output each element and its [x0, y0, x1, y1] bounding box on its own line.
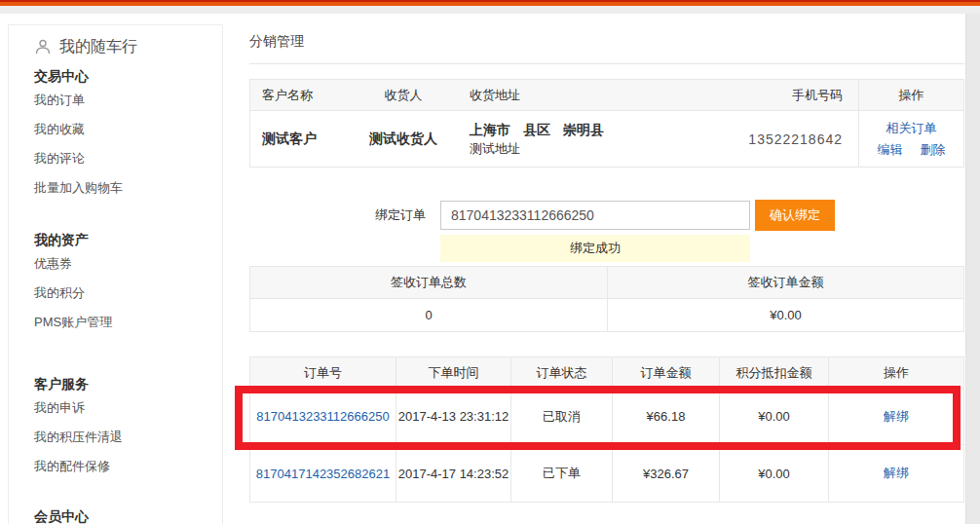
- confirm-bind-button[interactable]: 确认绑定: [755, 200, 835, 231]
- section-title-assets: 我的资产: [34, 230, 222, 249]
- col-header-customer-name: 客户名称: [250, 80, 362, 111]
- unbind-link[interactable]: 解绑: [884, 465, 909, 482]
- sidebar-item-appeals[interactable]: 我的申诉: [34, 393, 222, 423]
- summary-value-amount: ¥0.00: [607, 299, 963, 331]
- order-amount: ¥326.67: [612, 445, 719, 502]
- unbind-link[interactable]: 解绑: [884, 408, 909, 426]
- order-status: 已下单: [510, 445, 612, 502]
- order-row-cell: 8170417142352682621: [250, 445, 396, 502]
- order-number-link[interactable]: 8170413233112666250: [256, 409, 389, 424]
- related-orders-link[interactable]: 相关订单: [886, 120, 937, 137]
- col-header-phone: 手机号码: [712, 80, 858, 111]
- customer-address: 上海市 县区 崇明县 测试地址: [444, 111, 712, 167]
- section-title-service: 客户服务: [34, 374, 222, 393]
- customer-phone: 13522218642: [712, 111, 858, 167]
- order-number-link[interactable]: 8170417142352682621: [256, 467, 390, 481]
- page-right-gutter: [965, 14, 980, 524]
- bind-order-row: 绑定订单 确认绑定: [249, 200, 964, 231]
- order-time: 2017-4-17 14:23:52: [396, 445, 510, 502]
- section-title-member: 会员中心: [34, 506, 222, 524]
- customer-consignee: 测试收货人: [362, 111, 444, 167]
- delete-link[interactable]: 删除: [921, 141, 946, 159]
- col-header-consignee: 收货人: [362, 80, 444, 111]
- orders-table: 订单号 下单时间 订单状态 订单金额 积分抵扣金额 操作 81704132331…: [249, 356, 964, 503]
- bind-order-input[interactable]: [440, 201, 750, 230]
- customer-name: 测试客户: [250, 111, 362, 167]
- summary-header-count: 签收订单总数: [250, 267, 607, 299]
- user-icon: [34, 38, 52, 56]
- order-points-deduction: ¥0.00: [719, 389, 828, 445]
- sidebar-item-points[interactable]: 我的积分: [34, 279, 222, 308]
- main-content: 分销管理 客户名称 收货人 收货地址 手机号码 操作 测试客户 测试收货人 上海…: [249, 24, 964, 503]
- sidebar-item-favorites[interactable]: 我的收藏: [34, 115, 222, 144]
- col-header-address: 收货地址: [444, 80, 712, 111]
- customer-table: 客户名称 收货人 收货地址 手机号码 操作 测试客户 测试收货人 上海市 县区 …: [249, 79, 964, 168]
- sidebar-item-my-orders[interactable]: 我的订单: [34, 86, 222, 115]
- sidebar-item-parts-warranty[interactable]: 我的配件保修: [34, 452, 222, 481]
- sidebar-item-comments[interactable]: 我的评论: [34, 144, 222, 173]
- sidebar-section-assets: 我的资产 优惠券 我的积分 PMS账户管理: [34, 230, 222, 337]
- address-detail: 测试地址: [470, 139, 604, 158]
- orders-header-actions: 操作: [828, 357, 963, 389]
- summary-table: 签收订单总数 签收订单金额 0 ¥0.00: [249, 266, 964, 332]
- col-header-actions: 操作: [858, 80, 963, 111]
- sidebar-item-backlog-clearance[interactable]: 我的积压件清退: [34, 423, 222, 452]
- order-status: 已取消: [510, 389, 612, 445]
- order-time: 2017-4-13 23:31:12: [396, 389, 510, 445]
- sidebar: 我的随车行 交易中心 我的订单 我的收藏 我的评论 批量加入购物车 我的资产 优…: [8, 24, 223, 524]
- order-amount: ¥66.18: [612, 389, 719, 445]
- customer-actions: 相关订单 编辑 删除: [858, 111, 963, 167]
- sidebar-user[interactable]: 我的随车行: [34, 35, 222, 58]
- orders-header-order-no: 订单号: [250, 357, 396, 389]
- edit-link[interactable]: 编辑: [878, 141, 903, 159]
- order-action-cell: 解绑: [828, 445, 963, 502]
- page-title: 分销管理: [249, 24, 964, 64]
- orders-header-amount: 订单金额: [612, 357, 719, 389]
- bind-success-message: 绑定成功: [440, 235, 750, 262]
- sidebar-item-coupons[interactable]: 优惠券: [34, 249, 222, 279]
- orders-header-points: 积分抵扣金额: [719, 357, 828, 389]
- sidebar-item-pms-account[interactable]: PMS账户管理: [34, 308, 222, 337]
- top-gray-band: [0, 6, 980, 14]
- order-row-cell: 8170413233112666250: [250, 389, 396, 445]
- summary-header-amount: 签收订单金额: [607, 267, 963, 299]
- orders-header-status: 订单状态: [510, 357, 612, 389]
- bind-order-label: 绑定订单: [375, 206, 433, 224]
- sidebar-section-service: 客户服务 我的申诉 我的积压件清退 我的配件保修: [34, 374, 222, 481]
- page: 我的随车行 交易中心 我的订单 我的收藏 我的评论 批量加入购物车 我的资产 优…: [0, 0, 980, 524]
- sidebar-section-trade: 交易中心 我的订单 我的收藏 我的评论 批量加入购物车: [34, 66, 222, 203]
- sidebar-section-member: 会员中心: [34, 506, 222, 524]
- sidebar-item-batch-add-cart[interactable]: 批量加入购物车: [34, 173, 222, 203]
- user-name: 我的随车行: [59, 37, 137, 57]
- section-title-trade: 交易中心: [34, 66, 222, 86]
- summary-value-count: 0: [250, 299, 607, 331]
- orders-header-time: 下单时间: [396, 357, 510, 389]
- order-action-cell: 解绑: [828, 389, 963, 445]
- order-points-deduction: ¥0.00: [719, 445, 828, 502]
- address-region: 上海市 县区 崇明县: [470, 121, 604, 139]
